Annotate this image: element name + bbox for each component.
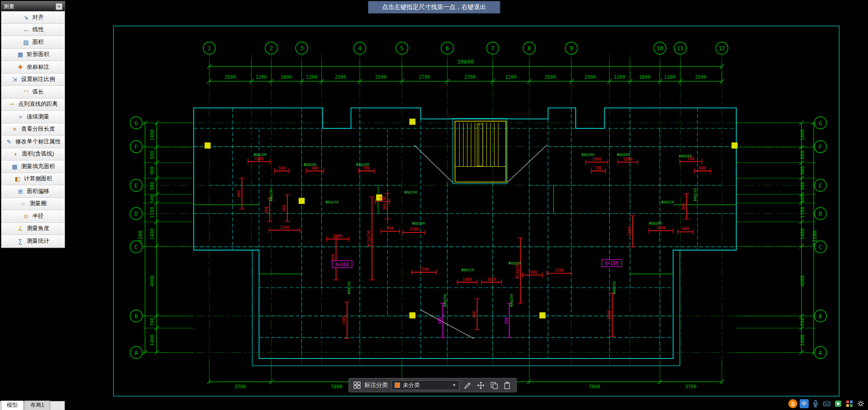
- svg-text:2300: 2300: [584, 74, 596, 80]
- paste-annotation-button[interactable]: [502, 381, 512, 390]
- svg-text:Φ8@200: Φ8@200: [679, 154, 692, 158]
- tool-rect-area[interactable]: ▦矩形面积: [1, 49, 65, 61]
- status-message: 点击左键指定尺寸线第一点，右键退出: [382, 4, 486, 10]
- svg-text:1: 1: [208, 45, 211, 52]
- sogou-logo[interactable]: S: [788, 399, 797, 408]
- svg-text:2300: 2300: [335, 74, 346, 80]
- tool-area-offset[interactable]: ⊞面积偏移: [1, 185, 65, 198]
- svg-text:Φ8@150: Φ8@150: [347, 281, 351, 294]
- tool-fill-area[interactable]: ▩测量填充面积: [1, 160, 65, 173]
- tool-scale[interactable]: ⇲设置标注比例: [1, 74, 65, 86]
- tool-area-with-arc[interactable]: ◗面积(含弧线): [1, 148, 65, 161]
- statistics-icon: ∑: [17, 238, 24, 245]
- tool-point-line-distance[interactable]: ⇀点到直线的距离: [1, 99, 65, 111]
- svg-text:1800: 1800: [281, 74, 292, 80]
- svg-text:B: B: [134, 313, 138, 320]
- tool-modify-annotation[interactable]: ✎修改单个标注属性: [1, 136, 65, 148]
- svg-text:1500: 1500: [410, 227, 419, 231]
- area-offset-icon: ⊞: [17, 188, 24, 195]
- tool-coordinate[interactable]: ✚坐标标注: [1, 61, 65, 74]
- svg-text:1500: 1500: [627, 226, 632, 236]
- tool-statistics[interactable]: ∑测量统计: [1, 235, 65, 248]
- tool-angle[interactable]: ∠测量角度: [1, 223, 65, 236]
- svg-text:900: 900: [149, 182, 155, 190]
- screenshot-icon[interactable]: [834, 399, 843, 408]
- svg-text:B: B: [819, 313, 822, 320]
- svg-text:Φ8@150: Φ8@150: [461, 268, 474, 272]
- tool-continuous[interactable]: ≈连续测量: [1, 111, 65, 123]
- svg-text:A: A: [134, 350, 138, 356]
- tool-arc-length[interactable]: ◠弧长: [1, 86, 65, 99]
- measure-panel-titlebar[interactable]: 测量 ×: [1, 1, 65, 11]
- edit-annotation-button[interactable]: [463, 381, 472, 390]
- tool-linear[interactable]: ↔线性: [1, 24, 65, 37]
- svg-text:1800: 1800: [639, 74, 651, 80]
- svg-text:1000: 1000: [592, 157, 601, 161]
- svg-text:10: 10: [657, 45, 663, 52]
- tool-area[interactable]: ▨面积: [1, 36, 65, 49]
- settings-icon[interactable]: [856, 399, 865, 408]
- svg-text:1400: 1400: [149, 335, 155, 346]
- svg-text:700: 700: [379, 196, 386, 201]
- input-mode-icon[interactable]: 中: [800, 399, 809, 408]
- radius-icon: ⊙: [23, 213, 30, 220]
- category-grid-icon[interactable]: [353, 382, 361, 389]
- category-dropdown[interactable]: 未分类 ▼: [391, 380, 459, 390]
- svg-text:1200: 1200: [614, 74, 625, 80]
- svg-text:9: 9: [570, 45, 573, 52]
- svg-text:3: 3: [300, 45, 303, 52]
- category-value: 未分类: [403, 382, 449, 389]
- svg-text:600: 600: [438, 317, 442, 324]
- tool-radius[interactable]: ⊙半径: [1, 210, 65, 223]
- toolbox-icon[interactable]: [845, 399, 854, 408]
- svg-text:1000: 1000: [528, 270, 537, 274]
- svg-text:1000: 1000: [487, 277, 496, 282]
- measure-circle-icon: ○: [19, 200, 27, 207]
- svg-text:1500: 1500: [607, 310, 611, 320]
- svg-text:11: 11: [677, 45, 684, 52]
- svg-text:7800: 7800: [331, 384, 342, 389]
- tool-label: 对齐: [33, 14, 44, 21]
- panel-close-button[interactable]: ×: [56, 3, 62, 10]
- svg-text:F: F: [134, 144, 138, 150]
- mic-icon[interactable]: [811, 399, 820, 408]
- keyboard-icon[interactable]: [822, 399, 831, 408]
- svg-text:4000: 4000: [149, 275, 155, 287]
- arc-length-icon: ◠: [23, 89, 30, 95]
- tool-measure-circle[interactable]: ○测量圈: [1, 198, 65, 211]
- svg-text:C: C: [134, 244, 138, 250]
- tool-side-area[interactable]: ◧计算侧面积: [1, 173, 65, 186]
- svg-text:Φ8@200: Φ8@200: [304, 163, 317, 167]
- svg-text:Φ8@200: Φ8@200: [649, 221, 662, 226]
- cad-canvas[interactable]: 3060025001200180012002300250027002700220…: [0, 0, 868, 410]
- svg-text:1200: 1200: [664, 74, 676, 80]
- tool-label: 点到直线的距离: [18, 100, 58, 108]
- grid-layer: [143, 54, 814, 366]
- svg-text:Φ8@150: Φ8@150: [326, 200, 339, 204]
- svg-text:F: F: [819, 144, 822, 150]
- side-area-icon: ◧: [14, 175, 21, 182]
- svg-text:7800: 7800: [589, 384, 600, 389]
- svg-text:30600: 30600: [457, 59, 474, 65]
- svg-text:900: 900: [382, 203, 387, 210]
- svg-text:Φ8@200: Φ8@200: [404, 190, 417, 194]
- tool-segment-length[interactable]: ≡查看分段长度: [1, 123, 65, 136]
- svg-text:Φ8@200: Φ8@200: [617, 153, 630, 157]
- chevron-down-icon: ▼: [452, 383, 456, 387]
- slab-layer: h=150h=150: [332, 259, 622, 268]
- svg-text:8: 8: [528, 45, 531, 52]
- tab-model[interactable]: 模型: [1, 401, 24, 410]
- tool-align[interactable]: ⇘对齐: [1, 11, 65, 24]
- svg-text:900: 900: [800, 182, 805, 190]
- svg-text:800: 800: [472, 311, 477, 318]
- svg-text:1100: 1100: [149, 207, 155, 218]
- copy-annotation-button[interactable]: [489, 381, 499, 390]
- move-annotation-button[interactable]: [476, 381, 486, 390]
- rebar-layer: 1000500900700700700150015001500100010001…: [237, 153, 711, 339]
- svg-text:900: 900: [800, 166, 805, 175]
- svg-text:Φ8@200: Φ8@200: [412, 221, 425, 226]
- stairs-layer: [205, 119, 738, 318]
- tab-layout1[interactable]: 布局1: [24, 401, 50, 410]
- svg-text:900: 900: [149, 151, 155, 159]
- svg-text:G: G: [134, 120, 138, 127]
